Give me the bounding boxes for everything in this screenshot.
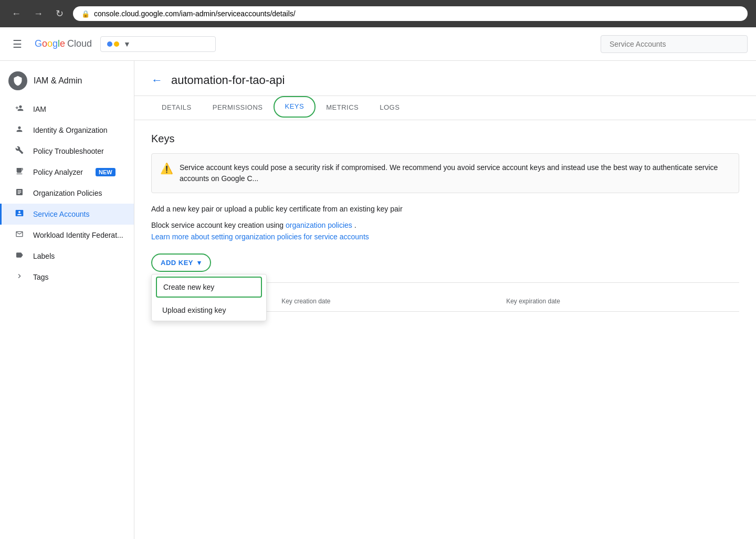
back-nav-button[interactable]: ← <box>8 6 24 22</box>
sidebar-item-label-policy-analyzer: Policy Analyzer <box>33 168 83 176</box>
main-layout: IAM & Admin IAMIdentity & OrganizationPo… <box>0 61 756 539</box>
refresh-nav-button[interactable]: ↻ <box>52 6 67 22</box>
sidebar-item-tags[interactable]: Tags <box>0 267 134 288</box>
logo-g-blue2: g <box>52 38 58 49</box>
tab-details[interactable]: DETAILS <box>151 96 202 120</box>
logo-cloud-text: Cloud <box>67 38 92 49</box>
sidebar-items-container: IAMIdentity & OrganizationPolicy Trouble… <box>0 99 134 288</box>
logo-g-red: o <box>42 38 47 49</box>
shield-icon <box>8 71 27 90</box>
sidebar-item-label-labels: Labels <box>33 252 55 260</box>
keys-section-title: Keys <box>151 133 739 145</box>
add-key-button[interactable]: ADD KEY ▾ <box>151 253 211 272</box>
org-policies-link[interactable]: organization policies <box>286 221 352 229</box>
logo-g-yellow: o <box>47 38 52 49</box>
policy-analyzer-badge: NEW <box>96 168 116 176</box>
url-bar[interactable]: 🔒 console.cloud.google.com/iam-admin/ser… <box>73 6 748 21</box>
content-header: ← automation-for-tao-api <box>134 61 756 96</box>
dot-yellow <box>114 41 119 47</box>
back-button[interactable]: ← <box>151 73 163 87</box>
service-accounts-icon <box>14 209 25 219</box>
app-header: ☰ Google Cloud ▼ <box>0 27 756 61</box>
add-key-label: ADD KEY <box>161 259 193 267</box>
org-policies-icon <box>14 188 25 198</box>
url-path: /iam-admin/serviceaccounts/details/ <box>179 9 296 18</box>
add-key-chevron-icon: ▾ <box>197 259 202 267</box>
tab-permissions[interactable]: PERMISSIONS <box>202 96 274 120</box>
url-prefix: console.cloud.google.com <box>94 9 179 18</box>
logo-g-blue: G <box>35 38 42 49</box>
sidebar-item-workload-identity[interactable]: Workload Identity Federat... <box>0 225 134 246</box>
dot-blue <box>107 41 112 47</box>
project-selector[interactable]: ▼ <box>100 36 216 52</box>
dropdown-item-create-new-key[interactable]: Create new key <box>156 277 262 298</box>
sidebar-item-label-org-policies: Organization Policies <box>33 189 102 197</box>
tab-logs[interactable]: LOGS <box>369 96 410 120</box>
project-dots <box>107 41 119 47</box>
url-text: console.cloud.google.com/iam-admin/servi… <box>94 9 296 18</box>
warning-icon: ⚠️ <box>160 162 173 175</box>
forward-nav-button[interactable]: → <box>30 6 46 22</box>
search-input[interactable] <box>601 35 748 53</box>
sidebar-item-label-workload-identity: Workload Identity Federat... <box>33 231 123 239</box>
lock-icon: 🔒 <box>81 10 90 18</box>
block-text-end: . <box>354 221 356 229</box>
labels-icon <box>14 251 25 261</box>
warning-box: ⚠️ Service account keys could pose a sec… <box>151 153 739 193</box>
add-key-dropdown-menu: Create new keyUpload existing key <box>151 274 267 321</box>
page-title: automation-for-tao-api <box>171 73 285 87</box>
th-key-expiration-date: Key expiration date <box>498 291 739 312</box>
add-key-dropdown-container: ADD KEY ▾ Create new keyUpload existing … <box>151 253 211 272</box>
tabs-bar: DETAILSPERMISSIONSKEYSMETRICSLOGS <box>134 96 756 120</box>
sidebar-item-labels[interactable]: Labels <box>0 246 134 267</box>
dropdown-item-upload-existing-key[interactable]: Upload existing key <box>152 300 266 321</box>
warning-text: Service account keys could pose a securi… <box>180 162 730 184</box>
policy-analyzer-icon <box>14 167 25 177</box>
th-key-creation-date: Key creation date <box>273 291 498 312</box>
sidebar-item-org-policies[interactable]: Organization Policies <box>0 183 134 204</box>
sidebar-item-label-policy-troubleshooter: Policy Troubleshooter <box>33 147 104 155</box>
sidebar-item-label-tags: Tags <box>33 273 49 281</box>
google-cloud-logo: Google Cloud <box>35 38 92 49</box>
tags-icon <box>14 272 25 282</box>
google-logo-text: Google <box>35 38 65 49</box>
sidebar-item-identity[interactable]: Identity & Organization <box>0 120 134 141</box>
sidebar-item-iam[interactable]: IAM <box>0 99 134 120</box>
sidebar-item-label-iam: IAM <box>33 105 46 113</box>
workload-identity-icon <box>14 230 25 240</box>
block-text-start: Block service account key creation using <box>151 221 284 229</box>
logo-g-red2: e <box>60 38 65 49</box>
sidebar-header: IAM & Admin <box>0 61 134 99</box>
info-text: Add a new key pair or upload a public ke… <box>151 204 739 215</box>
sidebar-item-service-accounts[interactable]: Service Accounts <box>0 204 134 225</box>
project-chevron-icon: ▼ <box>123 40 131 48</box>
iam-icon <box>14 104 25 114</box>
policy-troubleshooter-icon <box>14 146 25 156</box>
browser-bar: ← → ↻ 🔒 console.cloud.google.com/iam-adm… <box>0 0 756 27</box>
hamburger-button[interactable]: ☰ <box>8 34 26 55</box>
learn-more-link[interactable]: Learn more about setting organization po… <box>151 232 739 241</box>
sidebar-item-policy-troubleshooter[interactable]: Policy Troubleshooter <box>0 141 134 162</box>
tab-keys[interactable]: KEYS <box>274 96 316 118</box>
sidebar-item-policy-analyzer[interactable]: Policy AnalyzerNEW <box>0 162 134 183</box>
keys-section: Keys ⚠️ Service account keys could pose … <box>134 120 756 324</box>
identity-icon <box>14 125 25 135</box>
block-text: Block service account key creation using… <box>151 221 739 229</box>
sidebar-title: IAM & Admin <box>34 76 82 86</box>
sidebar-item-label-identity: Identity & Organization <box>33 126 108 134</box>
content-area: ← automation-for-tao-api DETAILSPERMISSI… <box>134 61 756 539</box>
tab-metrics[interactable]: METRICS <box>316 96 369 120</box>
sidebar-item-label-service-accounts: Service Accounts <box>33 210 89 218</box>
sidebar: IAM & Admin IAMIdentity & OrganizationPo… <box>0 61 134 539</box>
